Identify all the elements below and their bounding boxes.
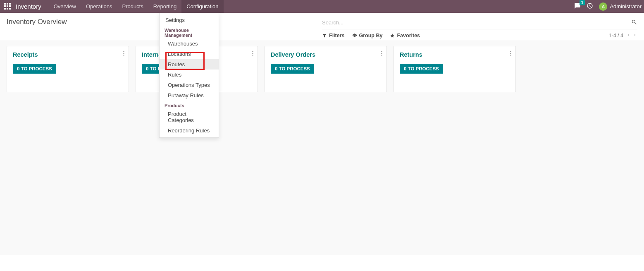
card-menu-icon[interactable] <box>123 50 124 57</box>
process-button[interactable]: 0 TO PROCESS <box>271 64 314 74</box>
chat-icon[interactable]: 1 <box>574 2 581 10</box>
search-input[interactable] <box>322 18 631 27</box>
favorites-button[interactable]: Favorites <box>390 33 420 38</box>
brand-title[interactable]: Inventory <box>16 3 41 10</box>
card-menu-icon[interactable] <box>381 50 382 57</box>
svg-point-11 <box>510 53 511 54</box>
svg-point-10 <box>510 51 511 52</box>
dd-routes[interactable]: Routes <box>160 59 219 70</box>
card-title[interactable]: Receipts <box>13 51 123 58</box>
nav-products[interactable]: Products <box>117 0 148 13</box>
dd-settings[interactable]: Settings <box>160 15 219 25</box>
chevron-right-icon <box>633 33 637 37</box>
dd-reordering[interactable]: Reordering Rules <box>160 125 219 136</box>
svg-point-1 <box>123 51 124 52</box>
clock-icon[interactable] <box>587 2 593 10</box>
card-delivery: Delivery Orders 0 TO PROCESS <box>265 46 387 92</box>
pager-text: 1-4 / 4 <box>609 33 623 38</box>
nav-configuration[interactable]: Configuration <box>181 0 223 13</box>
configuration-dropdown: Settings Warehouse Management Warehouses… <box>159 13 219 138</box>
filters-button[interactable]: Filters <box>322 33 345 38</box>
nav-menu: Overview Operations Products Reporting C… <box>49 0 224 13</box>
nav-overview[interactable]: Overview <box>49 0 81 13</box>
svg-point-5 <box>252 53 253 54</box>
layers-icon <box>352 33 357 38</box>
dd-putaway[interactable]: Putaway Rules <box>160 90 219 101</box>
top-navbar: Inventory Overview Operations Products R… <box>0 0 644 13</box>
nav-operations[interactable]: Operations <box>81 0 117 13</box>
dd-product-categories[interactable]: Product Categories <box>160 109 219 125</box>
user-name: Administrator <box>610 3 642 10</box>
apps-icon[interactable] <box>4 3 12 10</box>
process-button[interactable]: 0 TO PROCESS <box>400 64 443 74</box>
svg-point-3 <box>123 55 124 55</box>
card-title[interactable]: Delivery Orders <box>271 51 381 58</box>
pager: 1-4 / 4 <box>609 33 637 38</box>
svg-point-8 <box>381 53 382 54</box>
svg-point-9 <box>381 55 382 55</box>
search-row <box>322 18 637 29</box>
dd-warehouses[interactable]: Warehouses <box>160 38 219 49</box>
nav-reporting[interactable]: Reporting <box>148 0 181 13</box>
kanban: Receipts 0 TO PROCESS Interna 0 TO PR De… <box>0 40 644 255</box>
card-returns: Returns 0 TO PROCESS <box>394 46 516 92</box>
search-icon[interactable] <box>631 19 637 26</box>
svg-point-4 <box>252 51 253 52</box>
svg-point-12 <box>510 55 511 55</box>
process-button[interactable]: 0 TO PROCESS <box>13 64 56 74</box>
user-menu[interactable]: A Administrator <box>599 2 642 11</box>
pager-prev[interactable] <box>626 33 630 38</box>
filter-icon <box>322 33 327 38</box>
svg-point-6 <box>252 55 253 55</box>
chevron-left-icon <box>626 33 630 37</box>
control-panel: Inventory Overview Filters Group By Favo… <box>0 13 644 40</box>
card-menu-icon[interactable] <box>510 50 511 57</box>
svg-point-7 <box>381 51 382 52</box>
dd-ops-types[interactable]: Operations Types <box>160 80 219 90</box>
avatar: A <box>599 2 607 11</box>
card-title[interactable]: Returns <box>400 51 510 58</box>
cp-right: Filters Group By Favorites 1-4 / 4 <box>322 18 637 38</box>
pager-next[interactable] <box>633 33 637 38</box>
groupby-button[interactable]: Group By <box>352 33 383 38</box>
svg-point-2 <box>123 53 124 54</box>
navbar-right: 1 A Administrator <box>574 2 644 11</box>
dd-locations[interactable]: Locations <box>160 49 219 59</box>
dd-header-products: Products <box>160 101 219 109</box>
dd-rules[interactable]: Rules <box>160 70 219 80</box>
filter-row: Filters Group By Favorites 1-4 / 4 <box>322 29 637 38</box>
star-icon <box>390 33 395 38</box>
card-menu-icon[interactable] <box>252 50 253 57</box>
chat-badge: 1 <box>580 0 585 5</box>
card-receipts: Receipts 0 TO PROCESS <box>7 46 129 92</box>
dd-header-wm: Warehouse Management <box>160 25 219 38</box>
